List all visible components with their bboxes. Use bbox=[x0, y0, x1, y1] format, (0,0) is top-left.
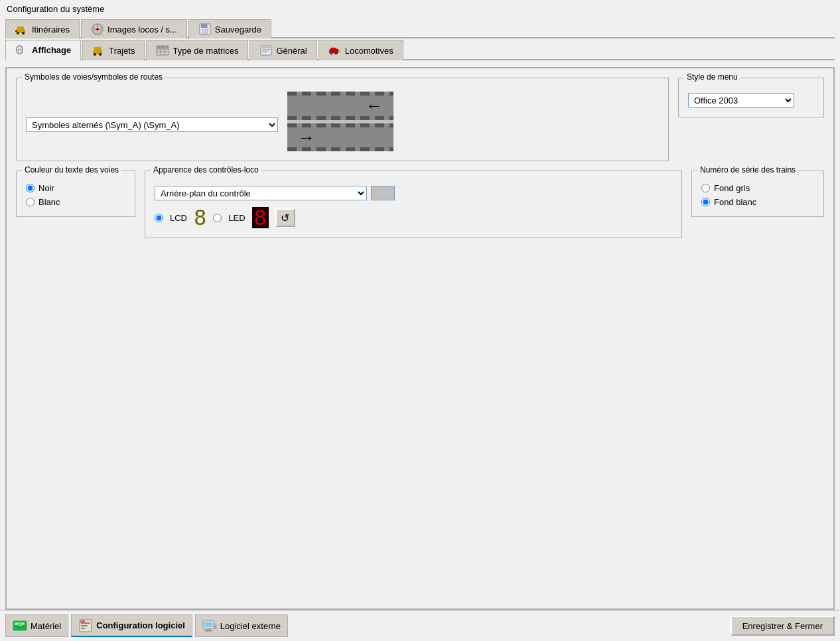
locomotives-icon bbox=[328, 45, 342, 56]
save-close-label: Enregistrer & Fermer bbox=[742, 621, 823, 631]
apparence-legend: Apparence des contrôles-loco bbox=[151, 165, 261, 175]
tab-locomotives-label: Locomotives bbox=[345, 46, 393, 56]
tab-bar-top: Itinéraires Images locos / s... bbox=[5, 18, 835, 38]
sauvegarde-icon bbox=[198, 24, 212, 35]
apparence-select[interactable]: Arrière-plan du contrôle Couleur personn… bbox=[155, 186, 367, 200]
svg-rect-30 bbox=[261, 46, 271, 55]
bottom-row: Couleur du texte des voies Noir Blanc Ap… bbox=[16, 171, 824, 238]
materiel-icon bbox=[13, 618, 27, 633]
svg-rect-29 bbox=[165, 46, 168, 48]
tab-bar-second: Affichage Trajets bbox=[5, 38, 835, 60]
tab-itineraires[interactable]: Itinéraires bbox=[5, 19, 80, 38]
tab-general[interactable]: Général bbox=[249, 40, 316, 60]
style-menu-legend: Style de menu bbox=[684, 72, 740, 82]
tab-general-label: Général bbox=[276, 46, 307, 56]
logiciel-externe-icon bbox=[202, 618, 217, 633]
config-logiciel-icon: WDP bbox=[78, 618, 93, 633]
refresh-button[interactable]: ↺ bbox=[275, 208, 295, 227]
logiciel-externe-label: Logiciel externe bbox=[220, 621, 281, 631]
svg-point-39 bbox=[336, 52, 337, 54]
apparence-row1: Arrière-plan du contrôle Couleur personn… bbox=[155, 186, 672, 200]
svg-rect-43 bbox=[15, 622, 19, 625]
svg-rect-14 bbox=[207, 25, 208, 27]
radio-blanc[interactable] bbox=[26, 198, 35, 206]
svg-point-20 bbox=[94, 53, 96, 56]
symboles-legend: Symboles de voies/symboles de routes bbox=[22, 72, 165, 82]
logiciel-externe-button[interactable]: Logiciel externe bbox=[195, 614, 288, 637]
apparence-group: Apparence des contrôles-loco Arrière-pla… bbox=[145, 171, 682, 238]
radio-blanc-label: Blanc bbox=[38, 197, 60, 207]
svg-rect-44 bbox=[19, 622, 22, 624]
bottom-toolbar: Matériel WDP Configuration logiciel bbox=[0, 610, 840, 641]
svg-point-21 bbox=[99, 53, 102, 56]
content-area: Symboles de voies/symboles de routes Sym… bbox=[5, 67, 835, 610]
materiel-label: Matériel bbox=[31, 621, 61, 631]
radio-fond-blanc[interactable] bbox=[701, 198, 710, 206]
road-preview: ← → bbox=[287, 92, 393, 151]
main-window: Configuration du système Itinéraires bbox=[0, 0, 840, 641]
tab-affichage[interactable]: Affichage bbox=[5, 40, 81, 60]
svg-rect-56 bbox=[204, 630, 212, 632]
apparence-row2: LCD 8 LED 8 ↺ bbox=[155, 207, 672, 228]
style-menu-group: Style de menu Office 2003 Office XP Clas… bbox=[678, 78, 824, 117]
color-swatch[interactable] bbox=[371, 186, 395, 200]
svg-rect-4 bbox=[15, 31, 17, 32]
tab-locomotives[interactable]: Locomotives bbox=[318, 40, 403, 60]
radio-fond-gris[interactable] bbox=[701, 184, 710, 192]
svg-text:WDP: WDP bbox=[80, 620, 86, 623]
materiel-button[interactable]: Matériel bbox=[5, 614, 68, 637]
left-arrow: ← bbox=[366, 97, 383, 114]
numero-legend: Numéro de série des trains bbox=[697, 165, 798, 175]
window-title: Configuration du système bbox=[7, 4, 104, 14]
couleur-legend: Couleur du texte des voies bbox=[22, 165, 121, 175]
tab-affichage-label: Affichage bbox=[32, 45, 71, 55]
radio-lcd[interactable] bbox=[155, 214, 163, 222]
config-logiciel-label: Configuration logiciel bbox=[96, 620, 185, 630]
radio-noir-label: Noir bbox=[38, 183, 54, 193]
tab-sauvegarde-label: Sauvegarde bbox=[215, 25, 261, 35]
svg-rect-55 bbox=[206, 629, 211, 630]
tab-trajets[interactable]: Trajets bbox=[82, 40, 145, 60]
radio-fond-gris-label: Fond gris bbox=[714, 183, 750, 193]
save-close-button[interactable]: Enregistrer & Fermer bbox=[731, 616, 835, 636]
svg-rect-47 bbox=[15, 626, 25, 628]
radio-led[interactable] bbox=[213, 214, 222, 222]
svg-point-10 bbox=[96, 28, 99, 31]
tab-images-locos-label: Images locos / s... bbox=[107, 25, 177, 35]
radio-noir[interactable] bbox=[26, 184, 35, 192]
affichage-icon bbox=[15, 44, 29, 55]
symboles-group: Symboles de voies/symboles de routes Sym… bbox=[16, 78, 669, 161]
radio-led-label: LED bbox=[228, 213, 245, 223]
style-menu-select[interactable]: Office 2003 Office XP Classic Windows XP bbox=[688, 93, 794, 107]
svg-rect-1 bbox=[17, 27, 24, 31]
tab-sauvegarde[interactable]: Sauvegarde bbox=[188, 19, 271, 38]
radio-fond-blanc-label: Fond blanc bbox=[714, 197, 756, 207]
svg-rect-19 bbox=[94, 47, 101, 52]
style-menu-dropdown-wrap: Office 2003 Office XP Classic Windows XP bbox=[688, 93, 814, 107]
symboles-select[interactable]: Symboles alternés (\Sym_A) (\Sym_A) Symb… bbox=[26, 117, 278, 132]
radio-lcd-label: LCD bbox=[170, 213, 187, 223]
svg-point-3 bbox=[22, 32, 25, 35]
svg-rect-54 bbox=[204, 622, 212, 627]
svg-rect-35 bbox=[331, 48, 336, 50]
tab-images-locos[interactable]: Images locos / s... bbox=[81, 19, 187, 38]
svg-point-38 bbox=[330, 52, 332, 54]
title-bar: Configuration du système bbox=[0, 0, 840, 18]
type-matrices-icon bbox=[156, 45, 169, 56]
radio-noir-row: Noir bbox=[26, 183, 125, 193]
main-content: Itinéraires Images locos / s... bbox=[0, 18, 840, 610]
tab-type-matrices-label: Type de matrices bbox=[173, 46, 238, 56]
lcd-digit: 8 bbox=[194, 207, 206, 228]
itineraires-icon bbox=[15, 24, 29, 35]
images-locos-icon bbox=[91, 24, 104, 35]
couleur-group: Couleur du texte des voies Noir Blanc bbox=[16, 171, 135, 217]
config-logiciel-button[interactable]: WDP Configuration logiciel bbox=[71, 614, 192, 637]
svg-point-2 bbox=[17, 32, 19, 35]
tab-trajets-label: Trajets bbox=[109, 46, 135, 56]
symboles-dropdown-wrap: Symboles alternés (\Sym_A) (\Sym_A) Symb… bbox=[26, 117, 278, 132]
tab-type-matrices[interactable]: Type de matrices bbox=[146, 40, 248, 60]
radio-fond-gris-row: Fond gris bbox=[701, 183, 814, 193]
svg-rect-12 bbox=[201, 24, 208, 28]
svg-rect-41 bbox=[329, 51, 330, 53]
svg-rect-13 bbox=[202, 29, 208, 34]
